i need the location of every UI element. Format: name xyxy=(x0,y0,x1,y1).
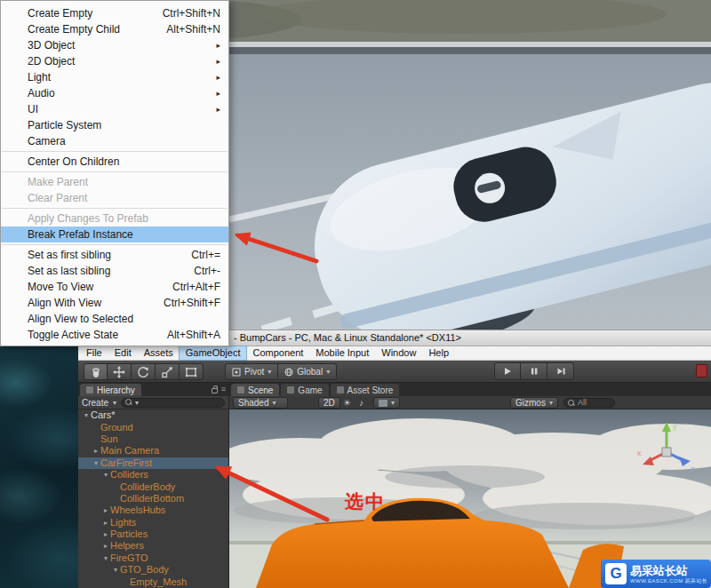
menu-item-audio[interactable]: Audio▸ xyxy=(1,85,228,101)
tab-icon xyxy=(237,386,244,393)
menu-item-center-on-children[interactable]: Center On Children xyxy=(1,154,228,170)
menu-item-2d-object[interactable]: 2D Object▸ xyxy=(1,53,228,69)
menu-separator xyxy=(2,208,228,209)
scale-tool-button[interactable] xyxy=(156,363,180,380)
menu-item-set-as-first-sibling[interactable]: Set as first siblingCtrl+= xyxy=(1,247,228,263)
lock-icon[interactable] xyxy=(212,388,218,393)
hierarchy-item-firegto[interactable]: ▾FireGTO xyxy=(78,552,228,564)
foldout-icon[interactable]: ▸ xyxy=(101,528,110,540)
hierarchy-item-main-camera[interactable]: ▸Main Camera xyxy=(78,445,228,457)
gameobject-context-menu: Create EmptyCtrl+Shift+NCreate Empty Chi… xyxy=(0,0,229,346)
create-button-label[interactable]: Create xyxy=(82,398,108,408)
transform-tools xyxy=(84,363,204,380)
menu-item-break-prefab-instance[interactable]: Break Prefab Instance xyxy=(1,226,228,242)
effects-dropdown[interactable]: ▾ xyxy=(373,397,400,409)
scene-orientation-gizmo[interactable]: y x z xyxy=(635,417,699,481)
menu-item-toggle-active-state[interactable]: Toggle Active StateAlt+Shift+A xyxy=(1,327,228,343)
menu-item-camera[interactable]: Camera xyxy=(1,133,228,149)
foldout-icon[interactable]: ▸ xyxy=(101,517,110,528)
hierarchy-item-empty-mesh[interactable]: Empty_Mesh xyxy=(78,576,228,587)
hierarchy-item-ground[interactable]: Ground xyxy=(78,421,228,433)
play-button[interactable] xyxy=(494,362,521,380)
menu-item-particle-system[interactable]: Particle System xyxy=(1,117,228,133)
step-button[interactable] xyxy=(547,362,574,380)
gizmo-center-cube[interactable] xyxy=(662,448,671,457)
hierarchy-item-label: Cars* xyxy=(91,409,116,421)
hierarchy-item-colliderbody[interactable]: ColliderBody xyxy=(78,481,228,492)
menu-gameobject[interactable]: GameObject xyxy=(180,346,247,360)
hierarchy-item-colliderbottom[interactable]: ColliderBottom xyxy=(78,493,228,505)
hierarchy-item-carfirefirst[interactable]: ▾CarFireFirst xyxy=(78,457,228,469)
menu-item-create-empty[interactable]: Create EmptyCtrl+Shift+N xyxy=(1,5,228,21)
menu-edit[interactable]: Edit xyxy=(108,346,138,360)
foldout-icon[interactable]: ▸ xyxy=(101,540,110,552)
hierarchy-item-sun[interactable]: Sun xyxy=(78,433,228,445)
hierarchy-item-colliders[interactable]: ▾Colliders xyxy=(78,469,228,481)
hierarchy-search-input[interactable]: ▾ xyxy=(121,398,225,408)
hand-tool-button[interactable] xyxy=(84,363,108,380)
tab-hierarchy[interactable]: Hierarchy xyxy=(80,384,141,396)
watermark-title: 易采站长站 xyxy=(630,564,707,577)
menu-item-clear-parent[interactable]: Clear Parent xyxy=(1,190,228,206)
menu-item-make-parent[interactable]: Make Parent xyxy=(1,174,228,190)
hierarchy-item-helpers[interactable]: ▸Helpers xyxy=(78,540,228,552)
menu-item-apply-changes-to-prefab[interactable]: Apply Changes To Prefab xyxy=(1,211,228,226)
hierarchy-item-wheelshubs[interactable]: ▸WheelsHubs xyxy=(78,505,228,516)
foldout-icon[interactable]: ▸ xyxy=(101,505,110,516)
menu-assets[interactable]: Assets xyxy=(138,346,180,360)
menu-file[interactable]: File xyxy=(80,346,108,360)
menu-item-set-as-last-sibling[interactable]: Set as last siblingCtrl+- xyxy=(1,263,228,279)
menu-item-align-view-to-selected[interactable]: Align View to Selected xyxy=(1,311,228,327)
menu-window[interactable]: Window xyxy=(375,346,422,360)
audio-toggle[interactable]: ♪ xyxy=(359,397,363,409)
hierarchy-item-gto-body[interactable]: ▾GTO_Body xyxy=(78,564,228,576)
tab-scene[interactable]: Scene xyxy=(231,384,279,396)
lighting-toggle[interactable]: ☀ xyxy=(343,397,351,409)
foldout-icon[interactable]: ▾ xyxy=(101,469,110,481)
y-axis-cone[interactable] xyxy=(662,422,671,432)
menu-item-ui[interactable]: UI▸ xyxy=(1,101,228,117)
menu-item-label: Camera xyxy=(28,133,220,149)
toolbar-partial-red-button[interactable] xyxy=(696,364,707,377)
menu-item-move-to-view[interactable]: Move To ViewCtrl+Alt+F xyxy=(1,279,228,295)
menu-item-align-with-view[interactable]: Align With ViewCtrl+Shift+F xyxy=(1,295,228,311)
caret-down-icon[interactable]: ▾ xyxy=(113,399,116,407)
hierarchy-tab-bar: Hierarchy ≡ xyxy=(78,383,228,396)
tab-label: Scene xyxy=(248,385,273,396)
search-icon xyxy=(125,399,132,406)
foldout-icon[interactable]: ▾ xyxy=(82,409,91,421)
foldout-icon[interactable]: ▸ xyxy=(92,445,100,457)
menu-help[interactable]: Help xyxy=(422,346,455,360)
tab-asset-store[interactable]: Asset Store xyxy=(331,384,400,396)
menu-component[interactable]: Component xyxy=(246,346,309,360)
scene-search-input[interactable]: All xyxy=(563,398,615,408)
hierarchy-item-lights[interactable]: ▸Lights xyxy=(78,517,228,528)
foldout-icon[interactable]: ▾ xyxy=(101,552,110,564)
foldout-icon[interactable]: ▾ xyxy=(92,457,100,469)
menu-item-create-empty-child[interactable]: Create Empty ChildAlt+Shift+N xyxy=(1,21,228,37)
move-tool-button[interactable] xyxy=(108,363,132,380)
gizmos-dropdown[interactable]: Gizmos ▾ xyxy=(510,397,558,409)
2d-toggle[interactable]: 2D xyxy=(318,397,340,409)
pivot-toggle[interactable]: Pivot ▾ xyxy=(225,363,278,380)
pause-button[interactable] xyxy=(521,362,547,380)
menu-item-label: Toggle Active State xyxy=(28,327,167,343)
rotate-tool-button[interactable] xyxy=(132,363,156,380)
panel-menu-icon[interactable]: ≡ xyxy=(221,385,226,393)
rect-tool-button[interactable] xyxy=(180,363,204,380)
menu-item-label: Align With View xyxy=(28,295,164,311)
menu-item-label: Create Empty xyxy=(28,5,163,21)
global-toggle[interactable]: Global ▾ xyxy=(278,363,337,380)
foldout-icon[interactable]: ▾ xyxy=(111,564,120,576)
menu-item-label: Move To View xyxy=(28,279,172,295)
hierarchy-item-label: Particles xyxy=(110,528,148,540)
tab-game[interactable]: Game xyxy=(281,384,328,396)
menu-mobile-input[interactable]: Mobile Input xyxy=(309,346,375,360)
menu-item-3d-object[interactable]: 3D Object▸ xyxy=(1,37,228,53)
z-axis-cone[interactable] xyxy=(679,457,691,466)
hierarchy-item-particles[interactable]: ▸Particles xyxy=(78,528,228,540)
gizmos-label: Gizmos xyxy=(515,398,546,408)
hierarchy-item-cars[interactable]: ▾Cars* xyxy=(78,409,228,421)
shaded-dropdown[interactable]: Shaded ▾ xyxy=(233,397,288,409)
menu-item-light[interactable]: Light▸ xyxy=(1,69,228,85)
